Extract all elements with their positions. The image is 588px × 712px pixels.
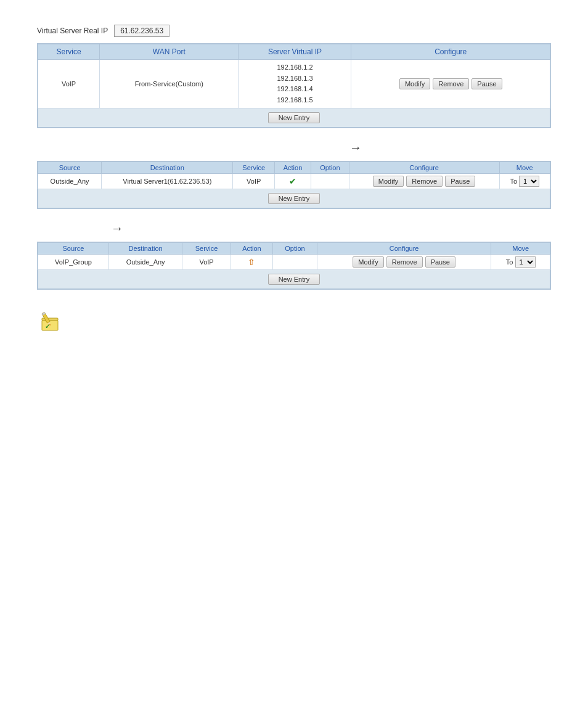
arrow-1-row: → xyxy=(37,128,551,161)
t3-col-source: Source xyxy=(38,243,109,255)
note-icon: ✓ xyxy=(37,308,62,333)
ip-4: 192.168.1.5 xyxy=(243,95,346,106)
t3-col-option: Option xyxy=(273,243,317,255)
check-icon: ✔ xyxy=(289,176,296,186)
t2-action: ✔ xyxy=(274,174,311,189)
new-entry-button-3[interactable]: New Entry xyxy=(268,274,321,285)
col-server-virtual-ip: Server Virtual IP xyxy=(239,44,351,60)
pause-button-3[interactable]: Pause xyxy=(425,256,455,268)
ip-1: 192.168.1.2 xyxy=(243,62,346,73)
t2-col-move: Move xyxy=(499,162,550,174)
col-configure: Configure xyxy=(351,44,550,60)
configure-cell: Modify Remove Pause xyxy=(351,60,550,108)
new-entry-row-2: New Entry xyxy=(38,189,550,208)
arrow-right-2: → xyxy=(111,221,123,235)
col-wan-port: WAN Port xyxy=(100,44,239,60)
t3-configure: Modify Remove Pause xyxy=(317,255,491,270)
ip-list: 192.168.1.2 192.168.1.3 192.168.1.4 192.… xyxy=(243,62,346,105)
new-entry-button-2[interactable]: New Entry xyxy=(268,193,321,204)
new-entry-row-1: New Entry xyxy=(38,108,550,128)
wan-port-cell: From-Service(Custom) xyxy=(100,60,239,108)
virtual-ip-label: Virtual Server Real IP xyxy=(37,27,108,35)
note-section: ✓ xyxy=(37,308,551,333)
t2-col-configure: Configure xyxy=(349,162,499,174)
fw-inbound: Source Destination Service Action Option… xyxy=(38,162,550,189)
move-to-label: To xyxy=(510,178,517,185)
fw-outbound: Source Destination Service Action Option… xyxy=(38,242,550,270)
t3-col-move: Move xyxy=(491,243,550,255)
ip-3: 192.168.1.4 xyxy=(243,84,346,95)
pause-button-2[interactable]: Pause xyxy=(445,176,475,187)
t3-col-service: Service xyxy=(182,243,231,255)
t3-source: VoIP_Group xyxy=(38,255,109,270)
ip-2: 192.168.1.3 xyxy=(243,73,346,84)
t3-col-action: Action xyxy=(231,243,273,255)
firewall-outbound-table: Source Destination Service Action Option… xyxy=(37,242,551,290)
pause-button-1[interactable]: Pause xyxy=(472,78,502,89)
configure-buttons-2: Modify Remove Pause xyxy=(353,176,496,187)
col-service: Service xyxy=(38,44,100,60)
svg-text:✓: ✓ xyxy=(45,323,50,330)
t3-option xyxy=(273,255,317,270)
remove-button-1[interactable]: Remove xyxy=(433,78,469,89)
table-row: VoIP_Group Outside_Any VoIP ⇧ Modify Rem… xyxy=(38,255,550,270)
t2-configure: Modify Remove Pause xyxy=(349,174,499,189)
t2-col-action: Action xyxy=(274,162,311,174)
t2-col-service: Service xyxy=(233,162,274,174)
vs-table: Service WAN Port Server Virtual IP Confi… xyxy=(38,44,550,108)
t3-move: To 1 2 3 xyxy=(491,255,550,270)
t3-action: ⇧ xyxy=(231,255,273,270)
t2-col-dest: Destination xyxy=(102,162,233,174)
move-select-3[interactable]: 1 2 3 xyxy=(515,256,536,268)
service-cell: VoIP xyxy=(38,60,100,108)
modify-button-3[interactable]: Modify xyxy=(353,256,383,268)
t2-dest: Virtual Server1(61.62.236.53) xyxy=(102,174,233,189)
modify-button-1[interactable]: Modify xyxy=(399,78,430,89)
arrow-2-row: → xyxy=(37,209,551,242)
firewall-inbound-table: Source Destination Service Action Option… xyxy=(37,161,551,209)
remove-button-2[interactable]: Remove xyxy=(406,176,443,187)
t3-dest: Outside_Any xyxy=(108,255,182,270)
remove-button-3[interactable]: Remove xyxy=(386,256,423,268)
virtual-ip-section: Virtual Server Real IP 61.62.236.53 xyxy=(37,25,551,37)
t3-col-configure: Configure xyxy=(317,243,491,255)
virtual-server-table: Service WAN Port Server Virtual IP Confi… xyxy=(37,43,551,128)
new-entry-row-3: New Entry xyxy=(38,270,550,289)
configure-buttons-3: Modify Remove Pause xyxy=(321,256,488,268)
modify-button-2[interactable]: Modify xyxy=(373,176,404,187)
table-row: Outside_Any Virtual Server1(61.62.236.53… xyxy=(38,174,550,189)
move-to-label-3: To xyxy=(506,258,513,266)
t2-move: To 1 2 3 xyxy=(499,174,550,189)
new-entry-button-1[interactable]: New Entry xyxy=(268,112,321,123)
virtual-ip-value: 61.62.236.53 xyxy=(114,25,169,37)
t2-option xyxy=(311,174,349,189)
t2-col-source: Source xyxy=(38,162,102,174)
t2-col-option: Option xyxy=(311,162,349,174)
move-select-2[interactable]: 1 2 3 xyxy=(519,176,539,187)
upload-icon: ⇧ xyxy=(248,257,255,267)
table-row: VoIP From-Service(Custom) 192.168.1.2 19… xyxy=(38,60,550,108)
configure-buttons: Modify Remove Pause xyxy=(356,78,545,89)
ips-cell: 192.168.1.2 192.168.1.3 192.168.1.4 192.… xyxy=(239,60,351,108)
t2-source: Outside_Any xyxy=(38,174,102,189)
t3-service: VoIP xyxy=(182,255,231,270)
t3-col-dest: Destination xyxy=(108,243,182,255)
t2-service: VoIP xyxy=(233,174,274,189)
arrow-right-1: → xyxy=(349,141,362,155)
